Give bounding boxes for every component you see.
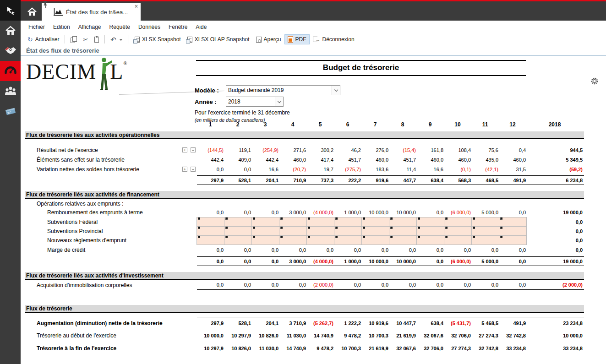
menu-fenetre[interactable]: Fenêtre — [164, 22, 191, 33]
chevron-down-icon[interactable] — [275, 97, 283, 106]
pdf-button[interactable]: PDF — [284, 34, 310, 44]
input-cell[interactable] — [416, 226, 444, 236]
input-cell[interactable] — [444, 235, 472, 245]
input-cell[interactable] — [251, 226, 279, 236]
dropdown-caret-icon[interactable] — [120, 39, 122, 42]
cell-value: 0,0 — [417, 280, 444, 290]
report-filters: Modèle : Budget demandé 2019 Année : 201… — [195, 85, 340, 123]
corner-mark — [390, 236, 393, 238]
menu-aide[interactable]: Aide — [191, 22, 211, 33]
tab-close-icon[interactable]: × — [135, 3, 138, 10]
undo-button[interactable]: ↶ — [107, 35, 126, 44]
xlsx-snapshot-button[interactable]: XLSX Snapshot — [131, 34, 184, 44]
input-cell[interactable] — [197, 235, 224, 245]
column-header: 9 — [417, 120, 444, 129]
paste-button[interactable] — [91, 35, 102, 44]
menu-affichage[interactable]: Affichage — [74, 22, 105, 33]
corner-mark — [473, 236, 475, 238]
sidebar-item-reports[interactable] — [0, 101, 21, 121]
input-cell[interactable] — [279, 217, 307, 227]
apercu-button[interactable]: Aperçu — [253, 34, 284, 44]
table-row: Trésorerie à la fin de l'exercice10 297,… — [25, 342, 584, 355]
menu-requete[interactable]: Requête — [105, 22, 134, 33]
collapse-button[interactable]: − — [191, 167, 196, 172]
annual-value: 0,0 — [527, 235, 584, 245]
handshake-icon — [5, 46, 16, 56]
corner-mark — [335, 217, 338, 220]
input-cell[interactable] — [251, 235, 279, 245]
year-select[interactable]: 2018 — [226, 97, 284, 107]
menu-donnees[interactable]: Données — [134, 22, 164, 33]
input-cell[interactable] — [306, 235, 334, 245]
cell-value: 11,4 — [389, 164, 417, 174]
sidebar-item-partners[interactable] — [0, 41, 21, 61]
cell-value: 9 478,2 — [334, 329, 362, 342]
deconnexion-button[interactable]: Déconnexion — [310, 34, 358, 44]
input-cell[interactable] — [334, 235, 362, 245]
model-select[interactable]: Budget demandé 2019 — [226, 85, 340, 95]
cell-value: 3 000,0 — [279, 207, 307, 217]
input-cell[interactable] — [334, 226, 362, 236]
input-cell[interactable] — [279, 226, 307, 236]
input-cell[interactable] — [471, 226, 499, 236]
input-cell[interactable] — [389, 235, 417, 245]
menu-edition[interactable]: Edition — [49, 22, 74, 33]
refresh-button[interactable]: ↻ Actualiser — [24, 34, 62, 44]
input-cell[interactable] — [471, 235, 499, 245]
corner-mark — [225, 236, 228, 238]
cell-value: 14 740,9 — [307, 329, 334, 342]
table-row: Opérations relatives aux emprunts : — [25, 200, 584, 207]
input-cell[interactable] — [306, 226, 334, 236]
input-cell[interactable] — [224, 226, 252, 236]
gear-icon[interactable] — [590, 77, 599, 85]
input-cell[interactable] — [499, 217, 527, 227]
input-cell[interactable] — [224, 217, 252, 227]
column-header: 8 — [389, 120, 417, 129]
cell-value: 0,0 — [362, 280, 389, 290]
report-table: 1234567891011122018Flux de trésorerie li… — [25, 120, 584, 355]
input-cell[interactable] — [499, 226, 527, 236]
expand-button[interactable]: + — [182, 167, 187, 172]
cell-value: 0,0 — [362, 245, 389, 255]
sidebar-item-users[interactable] — [0, 81, 21, 101]
pin-icon[interactable] — [43, 0, 48, 9]
input-cell[interactable] — [389, 226, 417, 236]
collapse-sidebar-button[interactable] — [0, 0, 21, 21]
sidebar-item-dashboard[interactable] — [0, 61, 21, 81]
tab-title: État des flux de tr&ea... — [66, 9, 128, 16]
cell-value: 32 067,6 — [389, 342, 417, 355]
menu-fichier[interactable]: Fichier — [24, 22, 49, 33]
gauge-icon — [5, 65, 16, 76]
input-cell[interactable] — [444, 217, 472, 227]
cell-value: 204,1 — [252, 317, 279, 329]
collapse-button[interactable]: − — [191, 147, 196, 152]
sidebar-item-home[interactable] — [0, 21, 21, 41]
cell-empty — [197, 200, 224, 207]
chevron-down-icon[interactable] — [332, 86, 340, 95]
report-area: DECIM L ® Budget de trésorerie Modèle : — [21, 56, 606, 364]
input-cell[interactable] — [416, 235, 444, 245]
expand-controls: +− — [182, 147, 196, 152]
input-cell[interactable] — [197, 226, 224, 236]
home-tab-button[interactable] — [23, 4, 41, 20]
input-cell[interactable] — [361, 235, 389, 245]
input-cell[interactable] — [361, 217, 389, 227]
xlsx-olap-snapshot-button[interactable]: XLSX OLAP Snapshot — [184, 34, 253, 44]
input-cell[interactable] — [279, 235, 307, 245]
input-cell[interactable] — [306, 217, 334, 227]
input-cell[interactable] — [224, 235, 252, 245]
input-cell[interactable] — [361, 226, 389, 236]
input-cell[interactable] — [499, 235, 527, 245]
cut-button[interactable]: ✂ — [80, 35, 91, 44]
input-cell[interactable] — [251, 217, 279, 227]
tab-etat-des-flux[interactable]: État des flux de tr&ea... × — [42, 3, 141, 21]
expand-button[interactable]: + — [182, 147, 187, 152]
input-cell[interactable] — [389, 217, 417, 227]
row-label: Acquisition d'immobilisation corporelles — [25, 280, 197, 290]
input-cell[interactable] — [416, 217, 444, 227]
input-cell[interactable] — [197, 217, 224, 227]
input-cell[interactable] — [334, 217, 362, 227]
copy-button[interactable] — [67, 34, 80, 44]
input-cell[interactable] — [471, 217, 499, 227]
input-cell[interactable] — [444, 226, 472, 236]
